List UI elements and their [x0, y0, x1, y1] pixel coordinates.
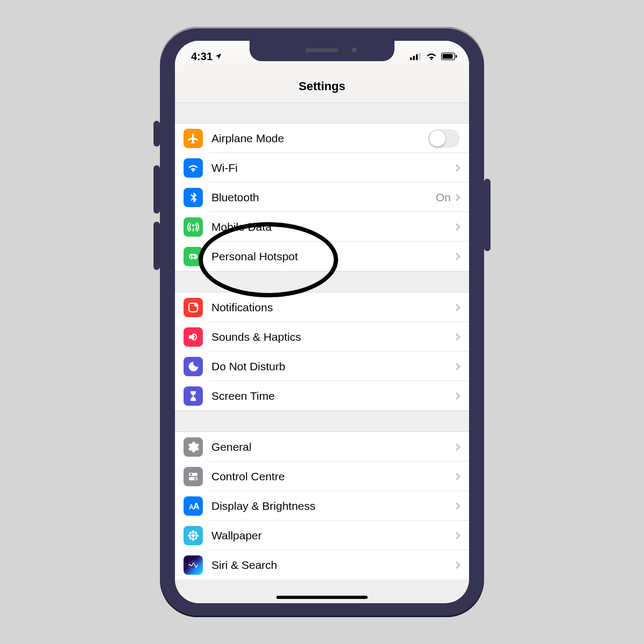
chevron-right-icon: [453, 502, 460, 509]
settings-content[interactable]: Airplane Mode Wi-Fi Bluetooth On: [175, 103, 469, 603]
home-indicator[interactable]: [276, 596, 368, 599]
battery-icon: [441, 53, 457, 60]
row-label: Screen Time: [211, 390, 454, 402]
hotspot-icon: [184, 247, 203, 266]
switches-icon: [184, 467, 203, 486]
svg-point-21: [194, 531, 197, 534]
row-siri-search[interactable]: Siri & Search: [175, 550, 469, 580]
textsize-icon: AA: [184, 496, 203, 516]
row-label: Mobile Data: [211, 221, 454, 233]
svg-point-22: [189, 536, 192, 539]
row-wallpaper[interactable]: Wallpaper: [175, 521, 469, 550]
row-label: General: [211, 441, 454, 453]
chevron-right-icon: [453, 164, 460, 171]
row-label: Wallpaper: [211, 529, 454, 542]
row-label: Sounds & Haptics: [211, 331, 454, 343]
chevron-right-icon: [453, 531, 460, 539]
svg-point-17: [192, 538, 194, 541]
phone-frame: 4:31 S: [160, 27, 484, 617]
speaker-icon: [184, 327, 203, 347]
row-notifications[interactable]: Notifications: [175, 292, 469, 322]
row-label: Siri & Search: [211, 559, 454, 572]
svg-point-15: [192, 534, 195, 537]
row-personal-hotspot[interactable]: Personal Hotspot: [175, 241, 469, 271]
cellular-signal-icon: [410, 53, 422, 60]
siri-icon: [184, 555, 203, 575]
svg-rect-5: [443, 54, 453, 59]
chevron-right-icon: [453, 472, 460, 480]
chevron-right-icon: [453, 193, 460, 201]
svg-text:A: A: [193, 502, 200, 511]
chevron-right-icon: [453, 333, 460, 340]
chevron-right-icon: [453, 252, 460, 260]
wifi-status-icon: [426, 53, 437, 60]
row-wifi[interactable]: Wi-Fi: [175, 153, 469, 182]
moon-icon: [184, 357, 203, 376]
svg-rect-6: [456, 55, 457, 58]
location-arrow-icon: [215, 53, 222, 60]
svg-point-23: [194, 536, 197, 539]
front-camera: [352, 47, 357, 53]
row-label: Control Centre: [211, 470, 454, 483]
notch: [250, 41, 394, 61]
gear-icon: [184, 437, 203, 457]
airplane-switch[interactable]: [428, 129, 459, 148]
notifications-icon: [184, 298, 203, 317]
svg-rect-0: [410, 57, 412, 60]
svg-point-20: [189, 531, 192, 534]
screen: 4:31 S: [175, 41, 469, 603]
row-bluetooth[interactable]: Bluetooth On: [175, 182, 469, 212]
wifi-icon: [184, 158, 203, 178]
svg-point-8: [194, 303, 197, 306]
settings-group-general: General Control Centre AA Display & Brig…: [175, 432, 469, 580]
section-gap: [175, 271, 469, 292]
svg-rect-3: [419, 53, 421, 60]
row-detail: On: [436, 191, 451, 204]
row-label: Bluetooth: [211, 191, 436, 204]
hourglass-icon: [184, 386, 203, 406]
chevron-right-icon: [453, 561, 460, 568]
row-label: Display & Brightness: [211, 500, 454, 513]
row-label: Do Not Disturb: [211, 360, 454, 373]
row-do-not-disturb[interactable]: Do Not Disturb: [175, 352, 469, 381]
settings-group-connectivity: Airplane Mode Wi-Fi Bluetooth On: [175, 123, 469, 271]
chevron-right-icon: [453, 443, 460, 450]
clock-label: 4:31: [191, 50, 213, 63]
settings-group-notifications: Notifications Sounds & Haptics Do Not Di…: [175, 292, 469, 411]
svg-point-19: [195, 534, 199, 536]
row-sounds-haptics[interactable]: Sounds & Haptics: [175, 322, 469, 352]
row-display-brightness[interactable]: AA Display & Brightness: [175, 491, 469, 521]
section-gap: [175, 411, 469, 432]
volume-down-button: [153, 222, 160, 270]
row-control-centre[interactable]: Control Centre: [175, 462, 469, 491]
chevron-right-icon: [453, 362, 460, 370]
svg-rect-2: [416, 54, 418, 60]
volume-up-button: [153, 165, 160, 214]
svg-point-10: [190, 473, 192, 475]
airplane-icon: [184, 129, 203, 148]
row-label: Notifications: [211, 301, 454, 314]
svg-point-18: [188, 534, 191, 536]
row-airplane-mode[interactable]: Airplane Mode: [175, 123, 469, 153]
chevron-right-icon: [453, 303, 460, 311]
row-screen-time[interactable]: Screen Time: [175, 381, 469, 411]
antenna-icon: [184, 217, 203, 237]
nav-bar: Settings: [175, 70, 469, 103]
mute-switch: [153, 121, 160, 147]
earpiece: [305, 48, 339, 52]
page-title: Settings: [299, 79, 346, 93]
row-general[interactable]: General: [175, 432, 469, 462]
flower-icon: [184, 526, 203, 545]
chevron-right-icon: [453, 392, 460, 399]
row-label: Airplane Mode: [211, 132, 428, 145]
chevron-right-icon: [453, 223, 460, 230]
bluetooth-icon: [184, 188, 203, 207]
row-label: Personal Hotspot: [211, 250, 454, 263]
row-mobile-data[interactable]: Mobile Data: [175, 212, 469, 241]
svg-point-12: [194, 478, 196, 480]
svg-rect-1: [413, 56, 415, 60]
status-time: 4:31: [191, 50, 222, 63]
section-gap: [175, 103, 469, 123]
power-button: [484, 179, 491, 251]
row-label: Wi-Fi: [211, 162, 454, 174]
